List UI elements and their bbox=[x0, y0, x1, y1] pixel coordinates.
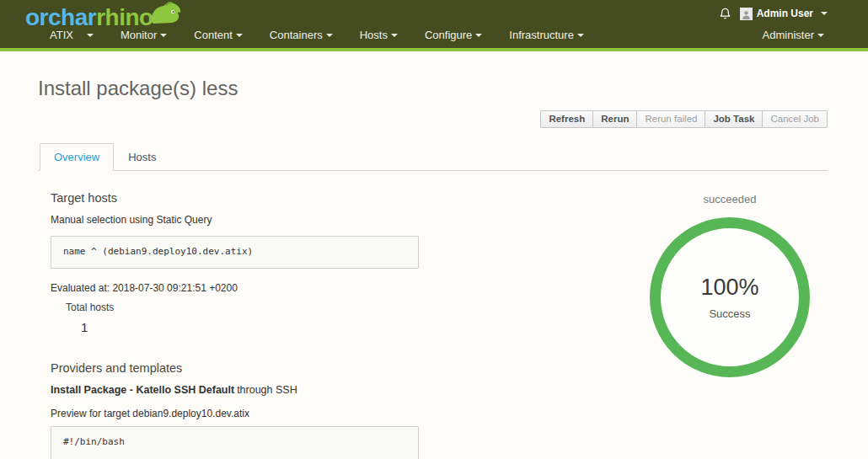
chevron-down-icon bbox=[577, 34, 584, 37]
tab-hosts[interactable]: Hosts bbox=[114, 143, 170, 171]
donut-percentage: 100% bbox=[700, 275, 758, 301]
notifications-bell-icon[interactable] bbox=[719, 7, 731, 20]
search-query-box: name ^ (debian9.deploy10.dev.atix) bbox=[51, 236, 419, 269]
target-hosts-heading: Target hosts bbox=[51, 191, 419, 205]
nav-item-administer[interactable]: Administer bbox=[759, 26, 828, 44]
evaluated-at-text: Evaluated at: 2018-07-30 09:21:51 +0200 bbox=[51, 282, 419, 294]
masthead: orcharrhino Admin User bbox=[0, 0, 868, 51]
nav-item-label: Administer bbox=[763, 29, 814, 41]
job-details-column: Target hosts Manual selection using Stat… bbox=[51, 191, 419, 459]
user-avatar bbox=[740, 8, 753, 20]
template-line: Install Package - Katello SSH Defaultthr… bbox=[51, 384, 419, 396]
nav-item-content[interactable]: Content bbox=[190, 26, 246, 44]
cancel-job-button: Cancel Job bbox=[762, 110, 828, 128]
nav-item-configure[interactable]: Configure bbox=[421, 26, 485, 44]
total-hosts-label: Total hosts bbox=[66, 302, 419, 313]
rhino-icon bbox=[148, 0, 182, 27]
rerun-button[interactable]: Rerun bbox=[592, 110, 637, 128]
chevron-down-icon bbox=[475, 34, 482, 37]
overview-tab-content: Target hosts Manual selection using Stat… bbox=[38, 191, 828, 459]
nav-item-label: Hosts bbox=[360, 29, 388, 41]
chevron-down-icon bbox=[236, 34, 243, 37]
job-action-button-group: Refresh Rerun Rerun failed Job Task Canc… bbox=[540, 110, 828, 128]
chevron-down-icon bbox=[391, 34, 398, 37]
selection-mode-text: Manual selection using Static Query bbox=[51, 214, 419, 226]
chevron-down-icon bbox=[326, 34, 333, 37]
donut-center-label: Success bbox=[709, 307, 750, 320]
page-title: Install package(s) less bbox=[38, 77, 828, 100]
nav-left-group: ATIX Monitor Content Containers Hosts Co… bbox=[46, 26, 587, 44]
nav-item-atix[interactable]: ATIX bbox=[46, 26, 97, 44]
template-provider-text: through SSH bbox=[237, 384, 297, 396]
nav-item-infrastructure[interactable]: Infrastructure bbox=[506, 26, 587, 44]
job-tabs: Overview Hosts bbox=[38, 143, 828, 171]
job-action-toolbar: Refresh Rerun Rerun failed Job Task Canc… bbox=[38, 110, 828, 128]
user-name: Admin User bbox=[757, 8, 813, 19]
success-donut-chart[interactable]: 100% Success bbox=[650, 217, 810, 377]
job-status-text: succeeded bbox=[632, 193, 828, 205]
providers-templates-section: Providers and templates Install Package … bbox=[51, 361, 419, 459]
nav-item-hosts[interactable]: Hosts bbox=[356, 26, 401, 44]
header-utilities: Admin User bbox=[719, 7, 828, 20]
chevron-down-icon bbox=[160, 34, 167, 37]
target-hosts-section: Target hosts Manual selection using Stat… bbox=[51, 191, 419, 334]
chevron-down-icon bbox=[817, 34, 824, 37]
template-name: Install Package - Katello SSH Default bbox=[51, 384, 234, 396]
chevron-down-icon bbox=[87, 34, 94, 37]
rerun-failed-button: Rerun failed bbox=[636, 110, 705, 128]
user-menu[interactable]: Admin User bbox=[740, 8, 828, 20]
nav-item-containers[interactable]: Containers bbox=[266, 26, 336, 44]
nav-item-label: Content bbox=[194, 29, 233, 41]
nav-item-monitor[interactable]: Monitor bbox=[117, 26, 170, 44]
job-task-button[interactable]: Job Task bbox=[705, 110, 763, 128]
nav-item-label: Monitor bbox=[121, 29, 157, 41]
script-preview-box: #!/bin/bash # Helper function that exits… bbox=[51, 426, 419, 459]
chevron-down-icon bbox=[821, 12, 828, 15]
total-hosts-value: 1 bbox=[81, 320, 419, 334]
nav-item-label: ATIX bbox=[50, 29, 73, 41]
main-navigation: ATIX Monitor Content Containers Hosts Co… bbox=[46, 26, 828, 44]
tab-overview[interactable]: Overview bbox=[40, 143, 114, 171]
nav-item-label: Configure bbox=[425, 29, 472, 41]
refresh-button[interactable]: Refresh bbox=[540, 110, 593, 128]
nav-item-label: Infrastructure bbox=[509, 29, 574, 41]
job-status-chart: succeeded 100% Success bbox=[632, 191, 828, 459]
providers-heading: Providers and templates bbox=[51, 361, 419, 375]
preview-target-label: Preview for target debian9.deploy10.dev.… bbox=[51, 408, 419, 419]
nav-item-label: Containers bbox=[270, 29, 323, 41]
page-content: Install package(s) less Refresh Rerun Re… bbox=[0, 77, 868, 459]
